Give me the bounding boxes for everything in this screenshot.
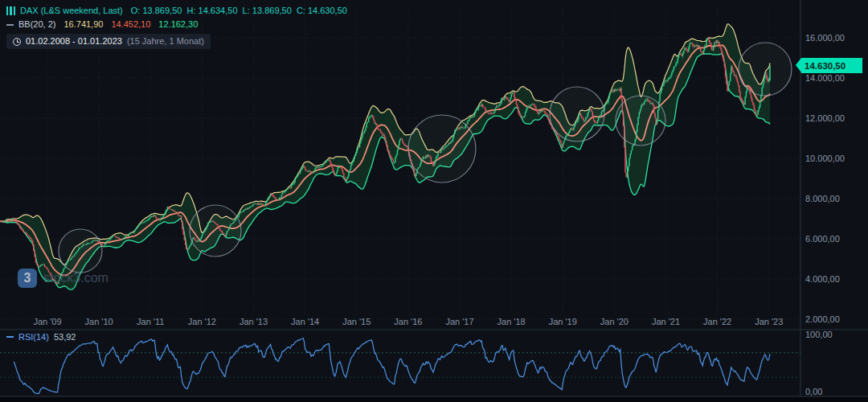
svg-text:Jan '14: Jan '14 bbox=[291, 317, 319, 326]
rsi-axis[interactable]: 100,000,00 bbox=[805, 330, 833, 396]
svg-text:Jan '18: Jan '18 bbox=[497, 317, 526, 326]
svg-text:10.000,00: 10.000,00 bbox=[805, 154, 845, 163]
bb-label: BB(20, 2) bbox=[18, 18, 55, 31]
price-chart-canvas[interactable]: 16.000,0014.000,0012.000,0010.000,008.00… bbox=[0, 0, 868, 402]
candlestick-icon bbox=[6, 6, 15, 15]
svg-text:4.000,00: 4.000,00 bbox=[805, 274, 840, 284]
svg-text:14.000,00: 14.000,00 bbox=[805, 73, 845, 83]
svg-text:Jan '21: Jan '21 bbox=[652, 317, 680, 326]
bb-middle-value: 14.452,10 bbox=[111, 18, 150, 31]
bb-upper-value: 16.741,90 bbox=[63, 18, 103, 31]
svg-text:8.000,00: 8.000,00 bbox=[805, 194, 840, 203]
bollinger-bands bbox=[0, 24, 770, 289]
symbol-title: DAX (L&S weekend, Last) bbox=[20, 5, 123, 17]
svg-text:Jan '20: Jan '20 bbox=[600, 317, 628, 326]
date-range-duration: (15 Jahre, 1 Monat) bbox=[127, 35, 204, 47]
svg-text:Jan '11: Jan '11 bbox=[137, 317, 164, 326]
svg-text:2.000,00: 2.000,00 bbox=[805, 314, 840, 324]
svg-text:Jan '16: Jan '16 bbox=[394, 317, 422, 326]
price-axis[interactable]: 16.000,0014.000,0012.000,0010.000,008.00… bbox=[805, 33, 845, 324]
svg-text:Jan '17: Jan '17 bbox=[445, 317, 473, 326]
svg-text:Jan '09: Jan '09 bbox=[33, 317, 61, 326]
date-range-badge: 01.02.2008 - 01.01.2023 (15 Jahre, 1 Mon… bbox=[6, 34, 211, 49]
svg-text:16.000,00: 16.000,00 bbox=[805, 33, 845, 43]
rsi-value: 53,92 bbox=[54, 332, 76, 342]
stock3-watermark: 3 stock3.com bbox=[18, 269, 108, 288]
svg-text:Jan '15: Jan '15 bbox=[342, 317, 371, 326]
symbol-ohlc-values: O: 13.869,50 H: 14.634,50 L: 13.869,50 C… bbox=[131, 5, 347, 17]
svg-text:Jan '10: Jan '10 bbox=[85, 317, 113, 326]
svg-text:Jan '13: Jan '13 bbox=[240, 317, 268, 326]
stock3-watermark-text: stock3.com bbox=[43, 271, 108, 285]
stock3-logo-icon: 3 bbox=[18, 269, 37, 288]
svg-text:6.000,00: 6.000,00 bbox=[805, 234, 840, 244]
svg-text:12.000,00: 12.000,00 bbox=[805, 113, 845, 123]
bb-lower-value: 12.162,30 bbox=[158, 18, 198, 31]
symbol-legend-row[interactable]: DAX (L&S weekend, Last) O: 13.869,50 H: … bbox=[6, 5, 347, 17]
rsi-line-icon bbox=[6, 336, 14, 338]
last-price-value: 14.630,50 bbox=[805, 61, 845, 71]
svg-text:Jan '12: Jan '12 bbox=[188, 317, 216, 326]
chart-window: 16.000,0014.000,0012.000,0010.000,008.00… bbox=[0, 0, 868, 402]
rsi-legend-row[interactable]: RSI(14) 53,92 bbox=[6, 332, 76, 342]
bollinger-legend-row[interactable]: BB(20, 2) 16.741,90 14.452,10 12.162,30 bbox=[6, 18, 347, 31]
chart-legend: DAX (L&S weekend, Last) O: 13.869,50 H: … bbox=[6, 5, 347, 51]
date-range-text: 01.02.2008 - 01.01.2023 bbox=[26, 35, 122, 47]
time-axis[interactable]: Jan '09Jan '10Jan '11Jan '12Jan '13Jan '… bbox=[33, 317, 783, 326]
clock-icon bbox=[13, 38, 21, 46]
svg-text:Jan '23: Jan '23 bbox=[755, 317, 783, 326]
rsi-panel bbox=[0, 338, 800, 394]
rsi-label: RSI(14) bbox=[18, 332, 49, 342]
date-range-row: 01.02.2008 - 01.01.2023 (15 Jahre, 1 Mon… bbox=[6, 32, 347, 49]
indicator-line-icon bbox=[6, 24, 14, 26]
last-price-badge: 14.630,50 bbox=[801, 58, 862, 73]
svg-text:Jan '19: Jan '19 bbox=[549, 317, 577, 326]
svg-text:0,00: 0,00 bbox=[805, 387, 822, 396]
svg-text:100,00: 100,00 bbox=[805, 330, 833, 339]
svg-text:Jan '22: Jan '22 bbox=[703, 317, 731, 326]
